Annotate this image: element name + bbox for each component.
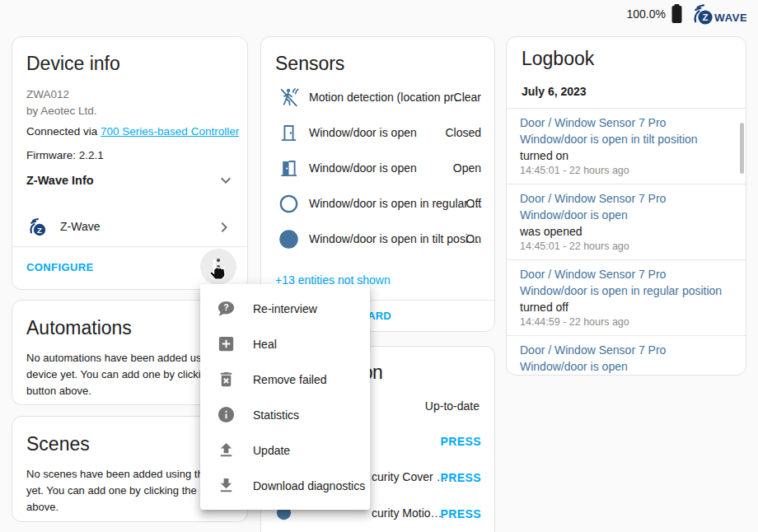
zwave-row-label: Z-Wave — [60, 220, 100, 233]
menu-item-statistics[interactable]: Statistics — [200, 397, 370, 432]
entity-state: Open — [453, 161, 481, 175]
logbook-time: 14:45:01 - 22 hours ago — [520, 240, 732, 252]
logbook-scrollbar[interactable] — [740, 123, 744, 174]
zwave-info-expander-label[interactable]: Z-Wave Info — [26, 174, 94, 187]
entity-name: Window/door is open in tilt posi… — [309, 232, 480, 245]
entity-row-door-open[interactable]: Window/door is open Open — [261, 151, 494, 186]
logbook-entry: Door / Window Sensor 7 Pro Window/door i… — [507, 184, 746, 259]
entity-state: Off — [466, 197, 481, 210]
menu-item-re-interview[interactable]: ? Re-interview — [200, 291, 370, 326]
device-actions-menu: ? Re-interview Heal Remove failed Statis… — [200, 284, 370, 510]
menu-item-label: Update — [253, 444, 290, 457]
menu-item-label: Download diagnostics — [253, 479, 365, 492]
zwave-row-letter: Z — [37, 226, 42, 235]
delete-forever-icon — [217, 370, 236, 389]
firmware-version: Firmware: 2.2.1 — [26, 149, 104, 161]
update-state: Up-to-date — [425, 399, 480, 413]
chat-question-icon: ? — [217, 299, 236, 318]
press-button[interactable]: PRESS — [441, 507, 481, 520]
press-button[interactable]: PRESS — [441, 471, 481, 484]
entity-name: Motion detection (location pr… — [309, 91, 466, 104]
chevron-right-icon — [214, 217, 234, 237]
entity-name-fragment: curity Cover … — [372, 470, 448, 483]
logbook-date-header: July 6, 2023 — [522, 85, 587, 98]
battery-percentage: 100.0% — [627, 7, 666, 21]
automations-title: Automations — [26, 317, 132, 339]
entity-row-regular-position[interactable]: Window/door is open in regular … Off — [261, 186, 494, 222]
logbook-entity-link[interactable]: Door / Window Sensor 7 Pro Window/door i… — [520, 115, 732, 147]
entity-name-fragment: curity Motio… — [372, 506, 442, 520]
device-info-title: Device info — [26, 53, 120, 75]
download-icon — [217, 476, 236, 495]
battery-icon — [670, 3, 684, 25]
sensors-title: Sensors — [275, 53, 344, 75]
entity-state: Closed — [445, 126, 481, 139]
menu-item-heal[interactable]: Heal — [200, 326, 370, 362]
logbook-action: turned on — [520, 149, 732, 162]
radiobox-blank-icon — [278, 193, 300, 215]
menu-item-remove-failed[interactable]: Remove failed — [200, 362, 370, 397]
logbook-entry: Door / Window Sensor 7 Pro Window/door i… — [507, 260, 746, 335]
header-bar: 100.0% Z WAVE — [0, 0, 758, 33]
scenes-title: Scenes — [26, 433, 90, 455]
configure-button[interactable]: CONFIGURE — [26, 261, 94, 273]
logbook-entity-link[interactable]: Door / Window Sensor 7 Pro Window/door i… — [520, 191, 732, 223]
menu-item-label: Remove failed — [253, 373, 327, 386]
zwave-logo-icon: Z WAVE — [689, 2, 746, 27]
zwave-provider-row[interactable]: Z Z-Wave — [12, 209, 247, 245]
upload-icon — [217, 441, 236, 460]
menu-item-label: Heal — [253, 338, 277, 351]
menu-item-update[interactable]: Update — [200, 432, 370, 468]
logbook-card: Logbook July 6, 2023 Door / Window Senso… — [506, 36, 746, 376]
information-icon — [217, 405, 236, 424]
svg-text:?: ? — [223, 302, 228, 312]
logbook-entry: Door / Window Sensor 7 Pro Window/door i… — [507, 336, 746, 376]
motion-sensor-off-icon — [278, 86, 300, 109]
menu-item-label: Re-interview — [253, 302, 317, 315]
entity-name: Window/door is open — [309, 126, 417, 139]
entity-name: Window/door is open — [309, 161, 417, 175]
logbook-title: Logbook — [522, 48, 594, 70]
logbook-time: 14:45:01 - 22 hours ago — [520, 165, 732, 176]
entity-row-motion[interactable]: Motion detection (location pr… Clear — [261, 80, 494, 115]
door-open-icon — [278, 157, 300, 180]
zwave-logo-text: WAVE — [714, 12, 746, 24]
check-circle-icon — [278, 228, 300, 250]
menu-item-label: Statistics — [253, 408, 299, 422]
entity-name: Window/door is open in regular … — [309, 197, 483, 210]
logbook-action: turned off — [520, 301, 732, 314]
logbook-time: 14:44:59 - 22 hours ago — [520, 316, 732, 328]
cursor-pointer-icon — [205, 258, 227, 283]
logbook-entity-link[interactable]: Door / Window Sensor 7 Pro Window/door i… — [520, 343, 732, 375]
connected-via-line: Connected via 700 Series-based Controlle… — [26, 125, 239, 138]
zwave-icon: Z — [26, 214, 54, 240]
zwave-logo-letter: Z — [702, 12, 708, 22]
device-model: ZWA012 — [26, 88, 69, 100]
plus-box-icon — [217, 334, 236, 353]
connected-via-label: Connected via — [26, 125, 101, 138]
logbook-action: was opened — [520, 225, 732, 238]
door-closed-icon — [278, 122, 300, 144]
logbook-entity-link[interactable]: Door / Window Sensor 7 Pro Window/door i… — [520, 267, 732, 299]
entity-state: On — [466, 232, 481, 245]
chevron-down-icon[interactable] — [216, 170, 236, 190]
entity-row-door-closed[interactable]: Window/door is open Closed — [261, 115, 494, 151]
menu-item-download-diagnostics[interactable]: Download diagnostics — [200, 468, 370, 503]
logbook-entry: Door / Window Sensor 7 Pro Window/door i… — [507, 109, 746, 184]
entity-row-tilt-position[interactable]: Window/door is open in tilt posi… On — [261, 222, 494, 257]
device-manufacturer: by Aeotec Ltd. — [26, 105, 97, 117]
press-button[interactable]: PRESS — [441, 435, 481, 448]
entity-state: Clear — [454, 91, 481, 104]
controller-link[interactable]: 700 Series-based Controller — [101, 125, 239, 138]
